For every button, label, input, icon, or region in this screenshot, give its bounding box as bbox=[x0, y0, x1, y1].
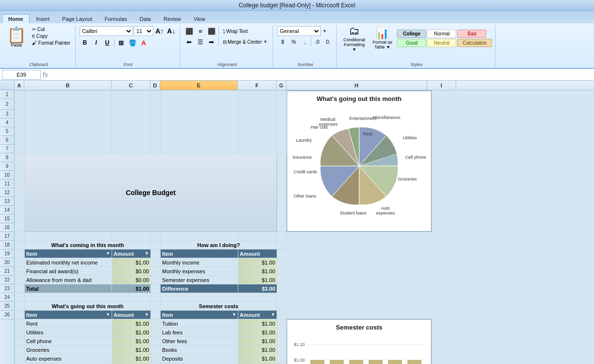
cell-h1[interactable]: What's going out this month bbox=[287, 91, 432, 232]
cell-d15[interactable] bbox=[151, 337, 161, 346]
row-num-8[interactable]: 8 bbox=[0, 153, 14, 162]
row-num-1[interactable]: 1 bbox=[0, 90, 14, 99]
cell-d7[interactable] bbox=[151, 267, 161, 276]
calculation-style-button[interactable]: Calculation bbox=[457, 39, 492, 47]
cell-e7[interactable]: Monthly expenses bbox=[161, 267, 238, 276]
col-header-d[interactable]: D bbox=[150, 81, 160, 90]
row-num-11[interactable]: 11 bbox=[0, 180, 14, 188]
cell-a7[interactable] bbox=[15, 267, 25, 276]
cell-c6[interactable]: $1.00 bbox=[112, 258, 151, 267]
tab-page-layout[interactable]: Page Layout bbox=[56, 15, 98, 23]
row-num-7[interactable]: 7 bbox=[0, 145, 14, 153]
cell-d17[interactable] bbox=[151, 354, 161, 363]
col-header-i[interactable]: I bbox=[427, 81, 456, 90]
underline-button[interactable]: U bbox=[102, 38, 113, 48]
cell-f9[interactable]: $3.00 bbox=[238, 284, 277, 293]
cell-a5[interactable] bbox=[15, 249, 25, 258]
cell-c8[interactable]: $0.00 bbox=[112, 276, 151, 284]
cell-d3[interactable] bbox=[151, 232, 161, 241]
cell-c3[interactable] bbox=[112, 232, 151, 241]
row-num-16[interactable]: 16 bbox=[0, 223, 14, 232]
row-num-10[interactable]: 10 bbox=[0, 171, 14, 180]
cell-e4-header[interactable]: How am I doing? bbox=[161, 241, 277, 249]
row-num-3[interactable]: 3 bbox=[0, 110, 14, 118]
cell-d11[interactable] bbox=[151, 302, 161, 311]
row-num-18[interactable]: 18 bbox=[0, 241, 14, 249]
cell-a1[interactable] bbox=[15, 91, 25, 154]
border-button[interactable]: ⊞ bbox=[116, 38, 127, 48]
cell-g10[interactable] bbox=[277, 293, 287, 302]
cell-e11-header[interactable]: Semester costs bbox=[161, 302, 277, 311]
cell-g8[interactable] bbox=[277, 276, 287, 284]
cell-d13[interactable] bbox=[151, 319, 161, 328]
font-size-select[interactable]: 11 bbox=[134, 26, 153, 36]
cell-a2[interactable] bbox=[15, 154, 25, 232]
row-num-4[interactable]: 4 bbox=[0, 118, 14, 127]
cell-e17[interactable]: Deposits bbox=[161, 354, 238, 363]
row-num-6[interactable]: 6 bbox=[0, 136, 14, 145]
cell-e16[interactable]: Books bbox=[161, 346, 238, 354]
align-top-left-button[interactable]: ⬛ bbox=[184, 26, 195, 36]
cell-d12[interactable] bbox=[151, 311, 161, 319]
increase-font-button[interactable]: A↑ bbox=[154, 26, 165, 36]
cell-g4[interactable] bbox=[277, 241, 287, 249]
italic-button[interactable]: I bbox=[91, 38, 101, 48]
cell-b9[interactable]: Total bbox=[25, 284, 112, 293]
cell-f6[interactable]: $1.00 bbox=[238, 258, 277, 267]
tab-review[interactable]: Review bbox=[158, 15, 187, 23]
col-header-e[interactable]: E bbox=[160, 81, 238, 90]
cell-c7[interactable]: $0.00 bbox=[112, 267, 151, 276]
cell-c17[interactable]: $1.00 bbox=[112, 354, 151, 363]
cell-e8[interactable]: Semester expenses bbox=[161, 276, 238, 284]
cell-b4-header[interactable]: What's coming in this month bbox=[25, 241, 151, 249]
cell-b3[interactable] bbox=[25, 232, 112, 241]
cell-h13[interactable]: Semester costs $1.20 $1.00 $0.80 $0.60 $… bbox=[287, 319, 432, 364]
cell-a14[interactable] bbox=[15, 328, 25, 337]
cell-b14[interactable]: Utilities bbox=[25, 328, 112, 337]
format-as-table-button[interactable]: 📊 Format as Table ▼ bbox=[369, 26, 396, 50]
copy-button[interactable]: ⎘ Copy bbox=[30, 33, 72, 39]
cell-b8[interactable]: Allowance from mom & dad bbox=[25, 276, 112, 284]
cell-d5[interactable] bbox=[151, 249, 161, 258]
row-num-13[interactable]: 13 bbox=[0, 197, 14, 206]
cell-d6[interactable] bbox=[151, 258, 161, 267]
number-format-select[interactable]: General bbox=[277, 26, 321, 36]
align-left-button[interactable]: ⬅ bbox=[184, 37, 195, 47]
tab-formulas[interactable]: Formulas bbox=[99, 15, 133, 23]
cell-e12[interactable]: Item ▼ bbox=[161, 311, 238, 319]
font-name-select[interactable]: Calibri bbox=[80, 26, 133, 36]
col-header-c[interactable]: C bbox=[112, 81, 150, 90]
cell-c1[interactable] bbox=[112, 91, 151, 154]
tab-insert[interactable]: Insert bbox=[31, 15, 56, 23]
cell-c16[interactable]: $1.00 bbox=[112, 346, 151, 354]
grid-area[interactable]: What's going out this month bbox=[15, 90, 594, 364]
cell-a17[interactable] bbox=[15, 354, 25, 363]
cell-g17[interactable] bbox=[277, 354, 287, 363]
tab-view[interactable]: View bbox=[188, 15, 211, 23]
cell-f1[interactable] bbox=[238, 91, 277, 154]
cell-e13[interactable]: Tuition bbox=[161, 319, 238, 328]
cell-g13[interactable] bbox=[277, 319, 287, 328]
cell-b2-title[interactable]: College Budget bbox=[25, 154, 277, 232]
row-num-12[interactable]: 12 bbox=[0, 188, 14, 197]
cell-g6[interactable] bbox=[277, 258, 287, 267]
increase-decimal-button[interactable]: .0 bbox=[312, 37, 322, 47]
wrap-text-button[interactable]: ⤵ Wrap Text bbox=[220, 26, 250, 36]
cell-b12[interactable]: Item ▼ bbox=[25, 311, 112, 319]
percent-button[interactable]: % bbox=[288, 37, 299, 47]
row-num-23[interactable]: 23 bbox=[0, 284, 14, 293]
cell-f7[interactable]: $1.00 bbox=[238, 267, 277, 276]
tab-home[interactable]: Home bbox=[2, 14, 30, 23]
col-header-g[interactable]: G bbox=[277, 81, 286, 90]
cell-e14[interactable]: Lab fees bbox=[161, 328, 238, 337]
row-num-19[interactable]: 19 bbox=[0, 249, 14, 258]
cell-a13[interactable] bbox=[15, 319, 25, 328]
cell-e5[interactable]: Item bbox=[161, 249, 238, 258]
cell-d9[interactable] bbox=[151, 284, 161, 293]
cell-a10[interactable] bbox=[15, 293, 25, 302]
cell-e10[interactable] bbox=[161, 293, 238, 302]
align-top-center-button[interactable]: ≡ bbox=[195, 26, 206, 36]
cell-c12[interactable]: Amount ▼ bbox=[112, 311, 151, 319]
cell-c13[interactable]: $1.00 bbox=[112, 319, 151, 328]
currency-button[interactable]: $ bbox=[277, 37, 288, 47]
